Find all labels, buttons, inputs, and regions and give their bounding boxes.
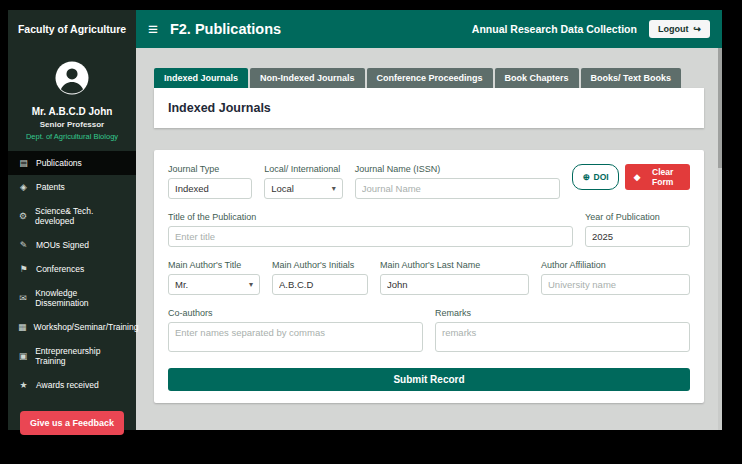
logout-button[interactable]: Logout ↪ [649, 20, 710, 38]
scrollbar[interactable] [718, 48, 722, 430]
tab-indexed-journals[interactable]: Indexed Journals [154, 68, 248, 88]
feedback-button[interactable]: Give us a Feedback [20, 411, 124, 435]
journal-name-label: Journal Name (ISSN) [355, 164, 561, 174]
doi-button[interactable]: ⊕ DOI [572, 164, 618, 190]
sidebar-item-entrepreneurship-training[interactable]: ▣ Entrepreneurship Training [8, 339, 136, 373]
author-title-selected-value: Mr. [175, 279, 188, 290]
remarks-textarea[interactable] [435, 322, 690, 352]
year-input[interactable] [585, 226, 690, 247]
publication-title-input[interactable] [168, 226, 573, 247]
publications-icon: ▤ [18, 158, 29, 168]
sidebar-item-label: Knowledge Dissemination [35, 288, 126, 308]
form-row-4: Co-authors Remarks [168, 308, 690, 352]
sidebar-item-knowledge-dissemination[interactable]: ✉ Knowledge Dissemination [8, 281, 136, 315]
chevron-down-icon: ▾ [332, 184, 336, 193]
user-role: Senior Professor [14, 120, 130, 129]
scrollbar-thumb[interactable] [718, 48, 722, 168]
coauthors-textarea[interactable] [168, 322, 423, 352]
knowledge-dissemination-icon: ✉ [18, 293, 28, 303]
locality-selected-value: Local [271, 183, 294, 194]
header-bar: ≡ F2. Publications Annual Research Data … [136, 10, 722, 48]
clear-form-label: Clear Form [644, 167, 681, 187]
submit-record-button[interactable]: Submit Record [168, 368, 690, 391]
tab-book-chapters[interactable]: Book Chapters [495, 68, 579, 88]
sidebar-item-publications[interactable]: ▤ Publications [8, 151, 136, 175]
year-field: Year of Publication [585, 212, 690, 247]
logout-label: Logout [658, 24, 689, 34]
affiliation-input[interactable] [541, 274, 690, 295]
sidebar-item-label: Science& Tech. developed [35, 206, 126, 226]
patents-icon: ◈ [18, 182, 29, 192]
coauthors-field: Co-authors [168, 308, 423, 352]
sidebar-item-label: Conferences [36, 264, 84, 274]
user-name: Mr. A.B.C.D John [14, 106, 130, 117]
globe-icon: ⊕ [582, 172, 589, 182]
author-title-label: Main Author's Title [168, 260, 260, 270]
sidebar-item-conferences[interactable]: ⚑ Conferences [8, 257, 136, 281]
author-lastname-input[interactable] [380, 274, 529, 295]
sidebar-item-workshop-seminar-training[interactable]: ▦ Workshop/Seminar/Training [8, 315, 136, 339]
mous-icon: ✎ [18, 240, 29, 250]
locality-select[interactable]: Local ▾ [264, 178, 343, 199]
user-dept: Dept. of Agricultural Biology [14, 132, 130, 141]
tab-conference-proceedings[interactable]: Conference Proceedings [367, 68, 493, 88]
journal-type-field: Journal Type [168, 164, 252, 199]
tab-bar: Indexed Journals Non-Indexed Journals Co… [154, 68, 704, 88]
sidebar-menu: ▤ Publications ◈ Patents ⚙ Science& Tech… [8, 151, 136, 397]
author-initials-label: Main Author's Initials [272, 260, 368, 270]
logout-icon: ↪ [693, 24, 701, 34]
awards-icon: ★ [18, 380, 29, 390]
sidebar-item-awards-received[interactable]: ★ Awards received [8, 373, 136, 397]
sidebar-item-label: Awards received [36, 380, 99, 390]
sidebar-item-patents[interactable]: ◈ Patents [8, 175, 136, 199]
main-content: Indexed Journals Non-Indexed Journals Co… [136, 48, 722, 430]
locality-field: Local/ International Local ▾ [264, 164, 343, 199]
author-initials-field: Main Author's Initials [272, 260, 368, 295]
top-header: Faculty of Agriculture ≡ F2. Publication… [8, 10, 722, 48]
journal-type-input[interactable] [168, 178, 252, 199]
author-title-select[interactable]: Mr. ▾ [168, 274, 260, 295]
menu-icon[interactable]: ≡ [148, 21, 158, 38]
sidebar-item-science-tech[interactable]: ⚙ Science& Tech. developed [8, 199, 136, 233]
form-row-1: Journal Type Local/ International Local … [168, 164, 690, 199]
remarks-label: Remarks [435, 308, 690, 318]
affiliation-label: Author Affiliation [541, 260, 690, 270]
publication-title-field: Title of the Publication [168, 212, 573, 247]
doi-label: DOI [594, 172, 609, 182]
user-profile: Mr. A.B.C.D John Senior Professor Dept. … [8, 48, 136, 151]
remarks-field: Remarks [435, 308, 690, 352]
journal-type-label: Journal Type [168, 164, 252, 174]
sidebar-item-label: Patents [36, 182, 65, 192]
screen: Faculty of Agriculture ≡ F2. Publication… [0, 0, 742, 464]
locality-label: Local/ International [264, 164, 343, 174]
author-initials-input[interactable] [272, 274, 368, 295]
conferences-icon: ⚑ [18, 264, 29, 274]
sidebar-item-label: MOUs Signed [36, 240, 89, 250]
science-tech-icon: ⚙ [18, 211, 28, 221]
tab-non-indexed-journals[interactable]: Non-Indexed Journals [250, 68, 365, 88]
clear-form-button[interactable]: ◆ Clear Form [625, 164, 690, 190]
publication-title-label: Title of the Publication [168, 212, 573, 222]
eraser-icon: ◆ [634, 172, 641, 182]
sidebar-item-label: Publications [36, 158, 82, 168]
section-title: Indexed Journals [168, 101, 690, 115]
app-window: Faculty of Agriculture ≡ F2. Publication… [8, 10, 722, 430]
page-title: F2. Publications [170, 21, 281, 37]
journal-name-field: Journal Name (ISSN) [355, 164, 561, 199]
form-action-buttons: ⊕ DOI ◆ Clear Form [572, 164, 690, 190]
form-row-2: Title of the Publication Year of Publica… [168, 212, 690, 247]
sidebar-item-label: Workshop/Seminar/Training [34, 322, 139, 332]
author-lastname-label: Main Author's Last Name [380, 260, 529, 270]
header-subtitle: Annual Research Data Collection [472, 23, 637, 35]
journal-name-input[interactable] [355, 178, 561, 199]
affiliation-field: Author Affiliation [541, 260, 690, 295]
section-header-panel: Indexed Journals [154, 88, 704, 128]
year-label: Year of Publication [585, 212, 690, 222]
brand-title: Faculty of Agriculture [8, 10, 136, 48]
avatar [54, 60, 90, 96]
tab-books-text-books[interactable]: Books/ Text Books [581, 68, 681, 88]
author-lastname-field: Main Author's Last Name [380, 260, 529, 295]
entrepreneurship-icon: ▣ [18, 351, 28, 361]
sidebar-item-mous[interactable]: ✎ MOUs Signed [8, 233, 136, 257]
publication-form: Journal Type Local/ International Local … [154, 150, 704, 403]
